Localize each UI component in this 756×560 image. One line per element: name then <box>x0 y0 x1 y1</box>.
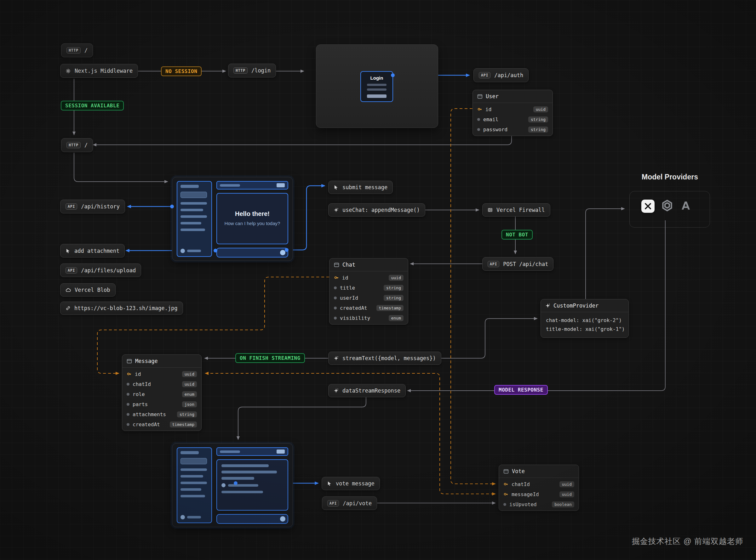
node-api-auth: API /api/auth <box>473 68 528 82</box>
badge-no-session: NO SESSION <box>161 66 201 76</box>
login-card: Login <box>360 71 393 102</box>
node-usechat-appendmessage: useChat: appendMessage() <box>328 203 425 217</box>
link-icon <box>65 306 71 311</box>
cursor-icon <box>65 248 71 254</box>
field-type-badge: json <box>182 401 197 407</box>
http-chip: HTTP <box>233 67 248 74</box>
field-type-badge: enum <box>389 315 404 321</box>
field-type-badge: uuid <box>389 275 404 281</box>
entity-title: Vote <box>512 468 525 474</box>
badge-not-bot: NOT BOT <box>502 230 533 240</box>
new-chat-button-skeleton <box>180 192 207 198</box>
model-providers-row <box>641 199 692 214</box>
field-row: title string <box>331 283 406 293</box>
api-chip: API <box>488 261 499 267</box>
field-name: parts <box>133 401 148 407</box>
node-api-files-upload: API /api/files/upload <box>60 263 141 277</box>
node-datastreamresponse: dataStreamResponse <box>328 384 406 397</box>
field-type-badge: string <box>384 285 404 291</box>
field-row: isUpvoted boolean <box>501 499 577 509</box>
field-type-badge: boolean <box>552 501 574 507</box>
field-row: email string <box>475 114 550 124</box>
node-label: Vercel Blob <box>75 287 110 293</box>
field-dot-icon <box>127 413 130 416</box>
node-vercel-blob: Vercel Blob <box>60 283 116 297</box>
field-row: attachments string <box>124 409 199 419</box>
login-screen-mockup: Login <box>316 44 438 128</box>
primary-key-icon <box>477 107 482 112</box>
entity-card-message: Message id uuid chatId uuid role enum pa… <box>122 355 201 431</box>
node-http-root-top: HTTP / <box>61 43 93 57</box>
field-name: isUpvoted <box>509 501 537 507</box>
primary-key-icon <box>334 275 339 280</box>
field-type-badge: string <box>528 117 548 122</box>
new-chat-button-skeleton <box>180 458 207 464</box>
chat-input-skeleton <box>216 248 288 258</box>
api-chip: API <box>479 72 490 78</box>
chat-model-line: chat-model: xai("grok-2") <box>546 316 623 325</box>
chat-topbar-skeleton <box>216 181 288 189</box>
watermark-text: 掘金技术社区 @ 前端双越老师 <box>632 536 743 546</box>
node-streamtext: streamText({model, messages}) <box>328 352 441 365</box>
table-icon <box>127 359 132 364</box>
cursor-icon <box>327 481 332 486</box>
avatar <box>221 483 226 487</box>
node-label: dataStreamResponse <box>343 387 400 394</box>
sparkle-icon <box>334 356 338 361</box>
field-name: messageId <box>511 492 539 497</box>
node-nextjs-middleware: Next.js Middleware <box>60 64 138 78</box>
http-chip: HTTP <box>66 47 81 54</box>
field-type-badge: uuid <box>533 106 548 113</box>
node-submit-message: submit message <box>328 181 393 194</box>
field-type-badge: timestamp <box>170 421 197 427</box>
field-name: visibility <box>340 315 370 321</box>
firewall-icon <box>488 207 493 213</box>
entity-card-user: User id uuid email string password strin… <box>472 90 553 136</box>
chat-sidebar-skeleton <box>177 447 212 523</box>
field-type-badge: uuid <box>559 492 574 497</box>
badge-on-finish-streaming: ON FINISH STREAMING <box>235 353 305 363</box>
field-name: userId <box>340 295 358 301</box>
node-http-root-2: HTTP / <box>61 138 93 152</box>
chat-greeting-panel: Hello there! How can I help you today? <box>216 193 288 244</box>
field-name: id <box>135 371 141 377</box>
entity-title: Message <box>135 358 158 364</box>
entity-title: Chat <box>343 262 355 268</box>
primary-key-icon <box>503 492 508 497</box>
entity-title: User <box>486 93 499 99</box>
primary-key-icon <box>503 482 508 487</box>
custom-provider-title: CustomProvider <box>554 302 599 309</box>
node-label: vote message <box>336 480 374 487</box>
login-button-skeleton <box>367 95 387 98</box>
sparkle-icon <box>334 207 338 213</box>
field-name: chatId <box>511 481 530 487</box>
custom-provider-header: CustomProvider <box>541 299 628 312</box>
entity-header: Vote <box>499 465 579 478</box>
node-label: submit message <box>343 184 387 191</box>
node-label: /api/auth <box>494 72 523 78</box>
node-label: Vercel Firewall <box>497 207 545 213</box>
entity-card-vote: Vote chatId uuid messageId uuid isUpvote… <box>499 465 579 511</box>
field-type-badge: uuid <box>182 371 197 377</box>
middleware-icon <box>65 68 71 74</box>
chat-ui-mockup-messages <box>172 443 293 527</box>
field-dot-icon <box>477 118 480 121</box>
node-label: / <box>84 142 88 148</box>
xai-logo-icon <box>641 200 655 213</box>
node-vote-message: vote message <box>322 477 380 490</box>
node-blob-url: https://vc-blob-123.sh/image.jpg <box>60 302 183 315</box>
field-name: createdAt <box>340 305 367 311</box>
model-providers-title: Model Providers <box>642 173 698 181</box>
field-type-badge: uuid <box>182 381 197 387</box>
entity-header: User <box>473 90 553 103</box>
node-api-history: API /api/history <box>60 200 125 214</box>
field-dot-icon <box>503 503 506 506</box>
login-input-skeleton <box>367 88 387 91</box>
table-icon <box>503 469 509 474</box>
sparkle-icon <box>334 388 338 393</box>
chat-ui-mockup-greeting: Hello there! How can I help you today? <box>172 177 293 261</box>
topbar-button-skeleton <box>276 183 285 187</box>
message-row <box>221 483 258 487</box>
field-row: id uuid <box>124 369 199 379</box>
field-dot-icon <box>334 317 337 320</box>
